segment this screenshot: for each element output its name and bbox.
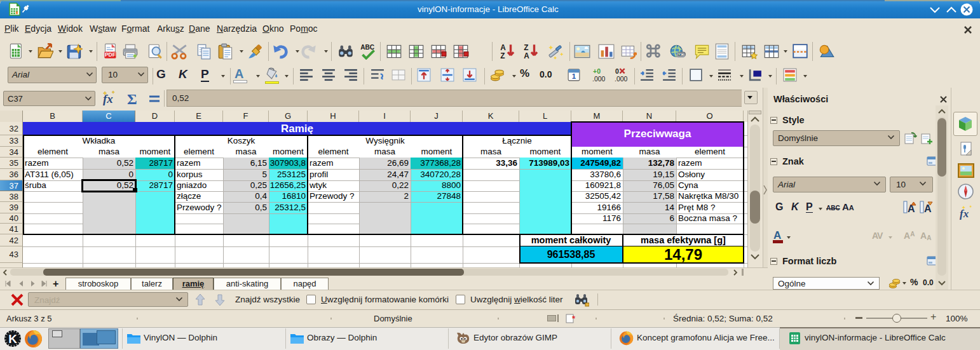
svg-text:+0: +0 [593, 68, 601, 75]
svg-text:Z: Z [500, 51, 505, 60]
svg-text:A: A [524, 51, 529, 60]
svg-text:*: * [572, 314, 576, 323]
svg-text:.000: .000 [615, 76, 627, 83]
svg-text:PDF: PDF [105, 51, 116, 58]
svg-text:K: K [8, 332, 17, 346]
svg-text:.000: .000 [592, 76, 605, 83]
svg-text:1: 1 [572, 72, 576, 80]
svg-text:ABC: ABC [360, 44, 375, 51]
svg-text:fx: fx [960, 208, 969, 220]
svg-text:Σ: Σ [127, 91, 137, 107]
svg-text:0: 0 [615, 68, 619, 75]
